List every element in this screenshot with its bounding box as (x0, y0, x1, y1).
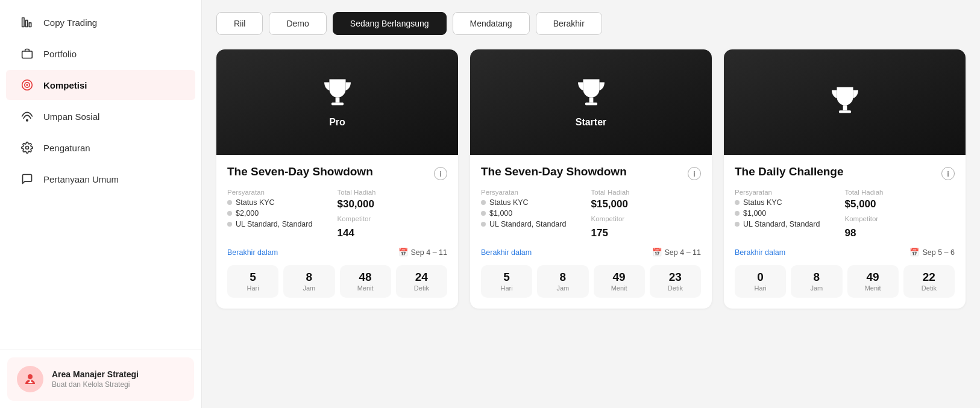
req-text: $1,000 (489, 209, 512, 218)
trophy-icon (829, 85, 861, 120)
competition-card-3: The Daily Challenge i Persyaratan Status… (724, 49, 966, 309)
req-dot (227, 211, 232, 216)
req-dot (735, 211, 740, 216)
card-body: The Seven-Day Showdown i Persyaratan Sta… (470, 155, 712, 309)
trophy-icon (321, 77, 354, 112)
req-text: UL Standard, Standard (236, 220, 312, 228)
card-title: The Daily Challenge (735, 165, 844, 180)
timer-value: 22 (923, 271, 935, 283)
signal-icon (20, 110, 34, 123)
svg-rect-2 (29, 23, 31, 27)
prize-amount: $5,000 (845, 198, 955, 210)
info-icon[interactable]: i (434, 167, 447, 180)
sidebar-item-label: Kompetisi (43, 80, 87, 90)
sidebar-nav: Copy Trading Portfolio Kompetisi (0, 0, 201, 350)
req-text: UL Standard, Standard (743, 220, 820, 228)
sidebar-item-copy-trading[interactable]: Copy Trading (6, 7, 195, 37)
req-dot (481, 200, 486, 205)
timer-value: 8 (560, 271, 567, 283)
timer-value: 23 (669, 271, 682, 283)
timer-unit: 24 Detik (396, 265, 447, 298)
prize-col: Total Hadiah $15,000 Kompetitor 175 (591, 189, 702, 239)
sidebar-item-kompetisi[interactable]: Kompetisi (6, 70, 195, 100)
svg-point-8 (26, 146, 29, 149)
competitor-header: Kompetitor (338, 215, 448, 222)
tab-berakhir[interactable]: Berakhir (536, 12, 602, 35)
expires-label: Berakhir dalam (227, 248, 278, 257)
trophy-icon (575, 77, 608, 112)
sidebar-item-label: Portfolio (43, 49, 77, 59)
card-meta: Persyaratan Status KYC $2,000 UL Standar… (227, 189, 447, 239)
requirements-header: Persyaratan (481, 189, 591, 196)
timer-unit: 23 Detik (650, 265, 701, 298)
timer-label: Detik (668, 284, 683, 292)
svg-rect-14 (589, 97, 593, 102)
svg-point-6 (27, 84, 28, 86)
req-dot (735, 222, 740, 227)
card-meta: Persyaratan Status KYC $1,000 UL Standar… (481, 189, 701, 239)
req-item: Status KYC (735, 198, 845, 207)
req-item: $2,000 (227, 209, 338, 218)
sidebar-item-label: Umpan Sosial (43, 111, 99, 122)
card-title: The Seven-Day Showdown (227, 165, 373, 180)
card-body: The Seven-Day Showdown i Persyaratan Sta… (216, 155, 458, 309)
gear-icon (20, 141, 34, 154)
expires-label: Berakhir dalam (481, 248, 532, 257)
prize-col: Total Hadiah $5,000 Kompetitor 98 (845, 189, 955, 239)
sidebar-item-pengaturan[interactable]: Pengaturan (6, 133, 195, 163)
sidebar-item-portfolio[interactable]: Portfolio (6, 39, 195, 69)
competitor-count: 144 (338, 227, 448, 239)
svg-point-9 (28, 374, 33, 379)
requirements-list: Status KYC $2,000 UL Standard, Standard (227, 198, 338, 228)
req-text: $2,000 (236, 209, 259, 218)
timer-label: Hari (501, 284, 513, 292)
prize-col: Total Hadiah $30,000 Kompetitor 144 (338, 189, 448, 239)
competition-card-1: Pro The Seven-Day Showdown i Persyaratan… (216, 49, 458, 309)
req-dot (227, 222, 232, 227)
timer-label: Detik (922, 284, 937, 292)
timer-value: 5 (503, 271, 510, 283)
card-title-row: The Seven-Day Showdown i (481, 165, 701, 180)
sidebar-item-umpan-sosial[interactable]: Umpan Sosial (6, 101, 195, 131)
competitor-count: 175 (591, 227, 702, 239)
info-icon[interactable]: i (941, 167, 955, 180)
strategy-manager-card[interactable]: Area Manajer Strategi Buat dan Kelola St… (7, 357, 194, 401)
competitor-header: Kompetitor (845, 215, 955, 222)
card-banner (724, 49, 966, 155)
prize-header: Total Hadiah (338, 189, 448, 196)
tab-mendatang[interactable]: Mendatang (453, 12, 530, 35)
svg-rect-1 (26, 20, 28, 27)
avatar (17, 366, 43, 392)
tab-sedang-berlangsung[interactable]: Sedang Berlangsung (333, 12, 447, 35)
timer-unit: 8 Jam (791, 265, 842, 298)
timer-label: Hari (247, 284, 259, 292)
timer-label: Jam (303, 284, 315, 292)
timer-label: Hari (755, 284, 767, 292)
requirements-col: Persyaratan Status KYC $1,000 UL Standar… (735, 189, 845, 239)
req-text: Status KYC (743, 198, 782, 207)
target-icon (20, 78, 34, 92)
strategy-manager-text: Area Manajer Strategi Buat dan Kelola St… (52, 369, 139, 389)
svg-rect-13 (331, 102, 343, 105)
tab-demo[interactable]: Demo (269, 12, 326, 35)
timer-value: 48 (359, 271, 372, 283)
info-icon[interactable]: i (688, 167, 701, 180)
prize-header: Total Hadiah (591, 189, 702, 196)
expires-label: Berakhir dalam (735, 248, 785, 257)
requirements-list: Status KYC $1,000 UL Standard, Standard (735, 198, 845, 228)
tab-riil[interactable]: Riil (216, 12, 263, 35)
card-banner: Starter (470, 49, 712, 155)
timer-unit: 8 Jam (537, 265, 588, 298)
card-dates: Berakhir dalam 📅 Sep 5 – 6 (735, 248, 955, 257)
req-item: $1,000 (735, 209, 845, 218)
sidebar-item-pertanyaan-umum[interactable]: Pertanyaan Umum (6, 164, 195, 194)
timer-unit: 0 Hari (735, 265, 786, 298)
cards-grid: Pro The Seven-Day Showdown i Persyaratan… (216, 49, 966, 309)
timer-unit: 5 Hari (227, 265, 278, 298)
card-timer: 5 Hari 8 Jam 48 Menit 24 Detik (227, 265, 447, 298)
card-dates: Berakhir dalam 📅 Sep 4 – 11 (481, 248, 701, 257)
svg-rect-0 (22, 18, 24, 27)
calendar-icon: 📅 (398, 248, 408, 257)
card-meta: Persyaratan Status KYC $1,000 UL Standar… (735, 189, 955, 239)
svg-rect-11 (28, 382, 33, 383)
